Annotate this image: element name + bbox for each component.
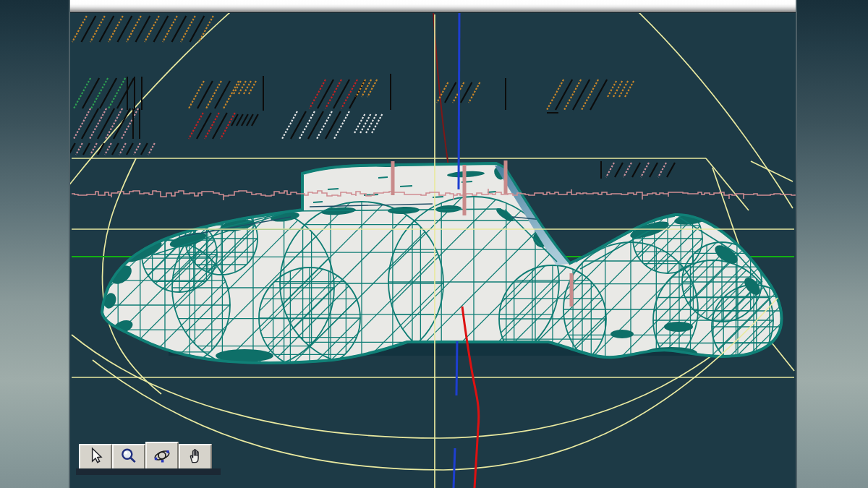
cursor-arrow-icon [86,447,105,468]
tool-palette-shadow [76,468,221,475]
hand-icon [186,447,205,468]
viewport-canvas[interactable] [70,13,796,488]
orbit-tool-button[interactable] [145,442,179,471]
viewport-top-scrollbar[interactable] [70,0,796,13]
magnifier-icon [119,447,138,468]
scene-svg [70,13,796,488]
viewport-window [69,0,797,488]
orbit-icon [153,446,171,467]
select-tool-button[interactable] [79,444,112,471]
screenshot-root: { "colors":{ "viewport_bg":"#1d3a46","ye… [0,0,868,488]
pan-tool-button[interactable] [179,444,212,471]
zoom-tool-button[interactable] [112,444,145,471]
tool-palette [79,442,212,471]
